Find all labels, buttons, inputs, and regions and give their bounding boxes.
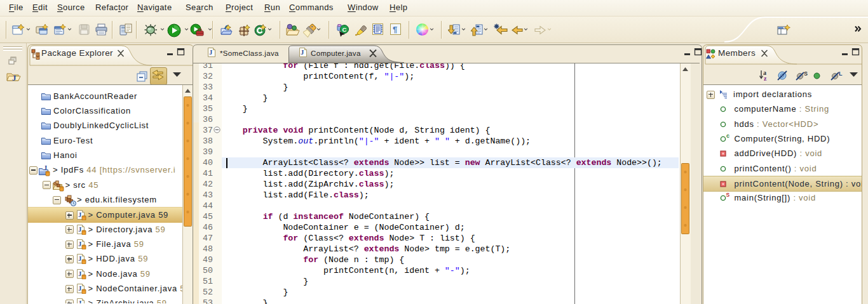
svg-text:z: z	[764, 75, 767, 81]
svg-text:S: S	[804, 70, 808, 77]
svg-text:¶: ¶	[393, 25, 397, 34]
svg-text:C: C	[342, 26, 347, 33]
svg-text:c: c	[726, 133, 730, 139]
svg-text:S: S	[726, 192, 730, 198]
svg-text:J: J	[12, 73, 17, 83]
svg-text:J: J	[44, 165, 48, 171]
svg-text:L: L	[839, 70, 843, 77]
